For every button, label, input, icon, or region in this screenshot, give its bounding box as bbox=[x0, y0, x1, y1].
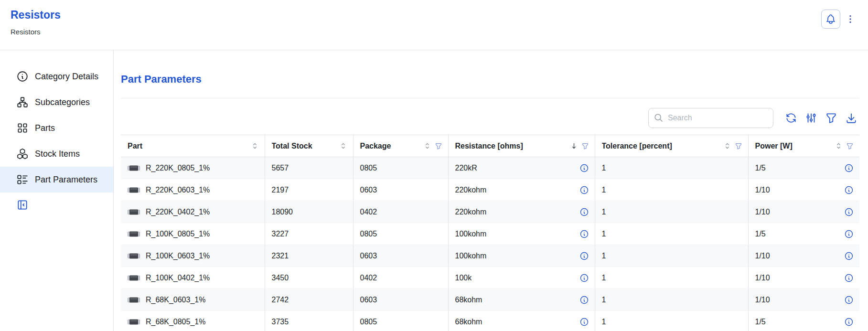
header-actions bbox=[821, 9, 857, 50]
column-header-package: Package bbox=[353, 135, 448, 157]
tolerance-cell: 1 bbox=[595, 201, 748, 223]
parameter-detail-button[interactable] bbox=[844, 295, 854, 305]
resistor-thumbnail-icon bbox=[128, 297, 140, 303]
package-cell: 0402 bbox=[353, 201, 448, 223]
table-filter-button[interactable] bbox=[823, 109, 839, 127]
column-header-resistance: Resistance [ohms] bbox=[448, 135, 595, 157]
part-name: R_100K_0805_1% bbox=[146, 230, 210, 238]
table-row[interactable]: R_100K_0402_1% 3450 0402 1 bbox=[121, 267, 859, 289]
selector-icon bbox=[339, 142, 347, 150]
info-circle-icon bbox=[844, 185, 854, 195]
actions-menu-button[interactable] bbox=[844, 10, 857, 29]
info-circle-icon bbox=[579, 317, 589, 327]
sitemap-icon bbox=[16, 96, 29, 108]
power-cell: 1/10 bbox=[748, 289, 859, 311]
parameter-detail-button[interactable] bbox=[844, 207, 854, 217]
package-cell: 0805 bbox=[353, 157, 448, 179]
sidebar-item-parts[interactable]: Parts bbox=[0, 115, 113, 141]
table-row[interactable]: R_220K_0402_1% 18090 0402 bbox=[121, 201, 859, 223]
table-row[interactable]: R_100K_0805_1% 3227 0805 1 bbox=[121, 223, 859, 245]
parameter-detail-button[interactable] bbox=[844, 317, 854, 327]
sidebar: Category Details Subcategories Parts bbox=[0, 50, 114, 331]
breadcrumb[interactable]: Resistors bbox=[11, 28, 41, 36]
parameter-detail-button[interactable] bbox=[844, 251, 854, 261]
resistance-cell: 100kohm bbox=[448, 245, 595, 267]
parameter-detail-button[interactable] bbox=[579, 251, 589, 261]
resistor-thumbnail-icon bbox=[128, 275, 140, 281]
parameter-detail-button[interactable] bbox=[579, 163, 589, 173]
part-name: R_68K_0603_1% bbox=[146, 296, 205, 304]
grid-icon bbox=[16, 122, 29, 134]
parameter-detail-button[interactable] bbox=[844, 229, 854, 239]
info-circle-icon bbox=[579, 207, 589, 217]
column-filter-button[interactable] bbox=[735, 142, 742, 150]
resistor-thumbnail-icon bbox=[128, 209, 140, 215]
table-toolbar bbox=[121, 108, 859, 128]
sort-button[interactable] bbox=[835, 142, 843, 150]
download-button[interactable] bbox=[843, 109, 859, 127]
resistor-thumbnail-icon bbox=[128, 231, 140, 237]
part-cell: R_220K_0603_1% bbox=[121, 179, 265, 201]
total-stock-cell: 3735 bbox=[265, 311, 353, 331]
info-circle-icon bbox=[844, 317, 854, 327]
total-stock-cell: 2197 bbox=[265, 179, 353, 201]
refresh-button[interactable] bbox=[783, 109, 799, 127]
resistance-cell: 68kohm bbox=[448, 289, 595, 311]
parameter-detail-button[interactable] bbox=[844, 273, 854, 283]
table-row[interactable]: R_220K_0603_1% 2197 0603 2 bbox=[121, 179, 859, 201]
sidebar-item-category-details[interactable]: Category Details bbox=[0, 64, 113, 89]
package-cell: 0603 bbox=[353, 179, 448, 201]
part-parameters-panel: Part Parameters bbox=[114, 50, 868, 331]
part-cell: R_100K_0402_1% bbox=[121, 267, 265, 289]
parameter-detail-button[interactable] bbox=[579, 185, 589, 195]
part-name: R_220K_0805_1% bbox=[146, 164, 210, 172]
table-row[interactable]: R_220K_0805_1% 5657 0805 2 bbox=[121, 157, 859, 179]
info-circle-icon bbox=[844, 295, 854, 305]
info-circle-icon bbox=[844, 163, 854, 173]
part-cell: R_220K_0805_1% bbox=[121, 157, 265, 179]
parameter-detail-button[interactable] bbox=[844, 163, 854, 173]
info-circle-icon bbox=[844, 273, 854, 283]
column-settings-button[interactable] bbox=[803, 109, 819, 127]
sort-button[interactable] bbox=[723, 142, 731, 150]
sort-button[interactable] bbox=[339, 142, 347, 150]
part-name: R_100K_0402_1% bbox=[146, 274, 210, 282]
parameter-detail-button[interactable] bbox=[579, 273, 589, 283]
search-input[interactable] bbox=[648, 108, 773, 128]
resistance-cell: 220kohm bbox=[448, 201, 595, 223]
resistance-cell: 68kohm bbox=[448, 311, 595, 331]
table-body: R_220K_0805_1% 5657 0805 2 bbox=[121, 157, 859, 331]
arrow-down-icon bbox=[570, 142, 578, 150]
page: Resistors Resistors bbox=[0, 0, 868, 331]
table-row[interactable]: R_68K_0805_1% 3735 0805 68 bbox=[121, 311, 859, 331]
sort-button[interactable] bbox=[570, 142, 578, 150]
parameter-detail-button[interactable] bbox=[579, 295, 589, 305]
column-filter-button[interactable] bbox=[435, 142, 442, 150]
package-cell: 0603 bbox=[353, 245, 448, 267]
parameter-detail-button[interactable] bbox=[579, 207, 589, 217]
sidebar-item-subcategories[interactable]: Subcategories bbox=[0, 89, 113, 115]
parameter-detail-button[interactable] bbox=[844, 185, 854, 195]
column-filter-button[interactable] bbox=[846, 142, 854, 150]
download-icon bbox=[845, 112, 857, 124]
parameter-detail-button[interactable] bbox=[579, 229, 589, 239]
resistance-cell: 220kohm bbox=[448, 179, 595, 201]
notifications-button[interactable] bbox=[821, 10, 840, 29]
part-name: R_100K_0603_1% bbox=[146, 252, 210, 260]
sidebar-item-label: Part Parameters bbox=[35, 175, 97, 185]
sidebar-item-part-parameters[interactable]: Part Parameters bbox=[0, 167, 113, 192]
column-header-power: Power [W] bbox=[748, 135, 859, 157]
filter-icon bbox=[735, 142, 742, 150]
power-cell: 1/5 bbox=[748, 311, 859, 331]
column-filter-button[interactable] bbox=[581, 142, 589, 150]
part-cell: R_100K_0603_1% bbox=[121, 245, 265, 267]
table-row[interactable]: R_100K_0603_1% 2321 0603 1 bbox=[121, 245, 859, 267]
info-circle-icon bbox=[579, 295, 589, 305]
sort-button[interactable] bbox=[251, 142, 259, 150]
table-header-row: Part Total Stock bbox=[121, 135, 859, 157]
sidebar-collapse-button[interactable] bbox=[16, 198, 30, 212]
sidebar-item-stock-items[interactable]: Stock Items bbox=[0, 141, 113, 167]
sort-button[interactable] bbox=[423, 142, 431, 150]
table-row[interactable]: R_68K_0603_1% 2742 0603 68 bbox=[121, 289, 859, 311]
parameter-detail-button[interactable] bbox=[579, 317, 589, 327]
